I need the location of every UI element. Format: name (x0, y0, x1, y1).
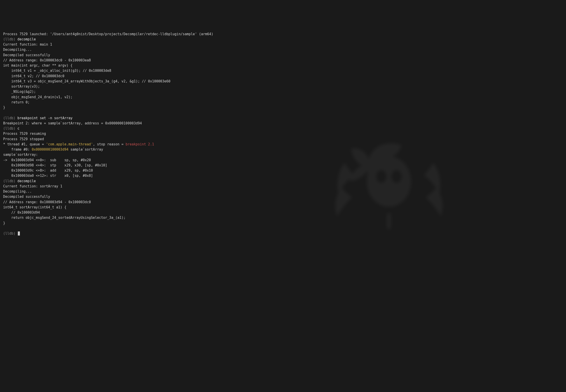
terminal-segment: 0x100003d9c <+8>: add x29, sp, #0x10 (3, 168, 93, 172)
terminal-segment: _NSLog(&g2); (3, 90, 36, 94)
terminal-segment: (lldb) (3, 179, 17, 183)
terminal-segment: sortArray(v3); (3, 84, 40, 88)
terminal-output[interactable]: Process 7529 launched: '/Users/ant4g0nis… (0, 32, 566, 237)
terminal-line: _NSLog(&g2); (3, 89, 563, 94)
terminal-line: Decompiled successfully (3, 194, 563, 199)
terminal-segment: Decompiled successfully (3, 53, 50, 57)
terminal-segment: (lldb) (3, 116, 17, 120)
terminal-segment (3, 111, 5, 115)
terminal-segment: c (17, 126, 19, 130)
terminal-segment (3, 226, 5, 230)
terminal-segment: Decompiling... (3, 48, 32, 52)
terminal-segment: int64_t v2; // 0x100003dc0 (3, 74, 64, 78)
terminal-line: (lldb) decompile (3, 179, 563, 184)
terminal-segment: 0x0000000100003d94 (32, 147, 69, 152)
terminal-segment: // Address range: 0x100003dc0 - 0x100003… (3, 58, 91, 62)
terminal-segment: * thread #1, queue = (3, 142, 46, 146)
terminal-segment: return 0; (3, 100, 29, 104)
terminal-segment: frame #0: (3, 147, 32, 152)
terminal-line: Process 7529 launched: '/Users/ant4g0nis… (3, 32, 563, 37)
terminal-line: return 0; (3, 100, 563, 105)
terminal-segment: // 0x100003d94 (3, 210, 40, 214)
terminal-line: // Address range: 0x100003d94 - 0x100003… (3, 200, 563, 205)
terminal-line: Process 7529 stopped (3, 137, 563, 142)
terminal-line (3, 110, 563, 115)
terminal-line: int64_t v2; // 0x100003dc0 (3, 74, 563, 79)
terminal-line: 0x100003d9c <+8>: add x29, sp, #0x10 (3, 168, 563, 173)
terminal-segment: 'com.apple.main-thread' (46, 142, 93, 146)
terminal-segment: Decompiling... (3, 189, 32, 194)
terminal-line: frame #0: 0x0000000100003d94 sample`sort… (3, 147, 563, 152)
terminal-line: // 0x100003d94 (3, 210, 563, 215)
terminal-segment: Current function: sortArray 1 (3, 184, 62, 188)
terminal-line: objc_msgSend_24_drain(v1, v2); (3, 95, 563, 100)
terminal-segment: , stop reason = (93, 142, 126, 146)
terminal-line: (lldb) c (3, 126, 563, 131)
terminal-segment: Current function: main 1 (3, 42, 52, 46)
terminal-line: int64_t v1 = _objc_alloc_init(g3); // 0x… (3, 68, 563, 73)
lldb-prompt: (lldb) (3, 231, 17, 236)
terminal-segment: } (3, 221, 5, 225)
terminal-line: -> 0x100003d94 <+0>: sub sp, sp, #0x20 (3, 158, 563, 163)
terminal-segment: int64_t sortArray(int64_t a1) { (3, 205, 66, 209)
terminal-line: Breakpoint 2: where = sample`sortArray, … (3, 121, 563, 126)
terminal-segment: -> 0x100003d94 <+0>: sub sp, sp, #0x20 (3, 158, 91, 162)
terminal-line (3, 226, 563, 231)
terminal-segment: int64_t v3 = objc_msgSend_24_arrayWithOb… (3, 79, 170, 83)
terminal-line: } (3, 105, 563, 110)
terminal-segment: sample`sortArray (69, 147, 103, 152)
terminal-segment: decompile (17, 179, 36, 183)
terminal-line: int main(int argc, char ** argv) { (3, 63, 563, 68)
terminal-segment: int main(int argc, char ** argv) { (3, 63, 72, 68)
terminal-line: Current function: sortArray 1 (3, 184, 563, 189)
terminal-segment: Process 7529 stopped (3, 137, 44, 141)
terminal-segment: sample`sortArray: (3, 153, 38, 157)
terminal-segment: 0x100003da0 <+12>: str x0, [sp, #0x8] (3, 174, 93, 178)
terminal-segment: } (3, 105, 5, 110)
terminal-segment: return objc_msgSend_24_sortedArrayUsingS… (3, 216, 126, 220)
terminal-segment: decompile (17, 37, 36, 41)
terminal-line: Process 7529 resuming (3, 131, 563, 136)
terminal-segment: int64_t v1 = _objc_alloc_init(g3); // 0x… (3, 69, 111, 73)
terminal-segment: breakpoint 2.1 (126, 142, 154, 146)
terminal-segment: Process 7529 resuming (3, 132, 46, 136)
terminal-line: int64_t sortArray(int64_t a1) { (3, 205, 563, 210)
terminal-line: (lldb) decompile (3, 37, 563, 42)
terminal-line: Decompiling... (3, 189, 563, 194)
terminal-line: Decompiling... (3, 47, 563, 52)
terminal-line: int64_t v3 = objc_msgSend_24_arrayWithOb… (3, 79, 563, 84)
terminal-line: } (3, 221, 563, 226)
terminal-line: 0x100003d98 <+4>: stp x29, x30, [sp, #0x… (3, 163, 563, 168)
terminal-line: return objc_msgSend_24_sortedArrayUsingS… (3, 215, 563, 220)
terminal-line: // Address range: 0x100003dc0 - 0x100003… (3, 58, 563, 63)
terminal-segment: Process 7529 launched: '/Users/ant4g0nis… (3, 32, 213, 36)
terminal-line: * thread #1, queue = 'com.apple.main-thr… (3, 142, 563, 147)
terminal-line: sortArray(v3); (3, 84, 563, 89)
terminal-line: sample`sortArray: (3, 152, 563, 157)
terminal-segment: Decompiled successfully (3, 195, 50, 199)
terminal-segment: // Address range: 0x100003d94 - 0x100003… (3, 200, 91, 204)
terminal-cursor (18, 231, 20, 236)
terminal-segment: (lldb) (3, 37, 17, 41)
terminal-segment: (lldb) (3, 126, 17, 130)
terminal-line: (lldb) breakpoint set -n sortArray (3, 116, 563, 121)
terminal-segment: breakpoint set -n sortArray (17, 116, 72, 120)
terminal-segment: objc_msgSend_24_drain(v1, v2); (3, 95, 72, 99)
terminal-prompt-line[interactable]: (lldb) (3, 231, 563, 236)
terminal-line: Current function: main 1 (3, 42, 563, 47)
terminal-segment: Breakpoint 2: where = sample`sortArray, … (3, 121, 142, 125)
terminal-segment: 0x100003d98 <+4>: stp x29, x30, [sp, #0x… (3, 163, 107, 167)
terminal-line: Decompiled successfully (3, 53, 563, 58)
terminal-line: 0x100003da0 <+12>: str x0, [sp, #0x8] (3, 173, 563, 178)
